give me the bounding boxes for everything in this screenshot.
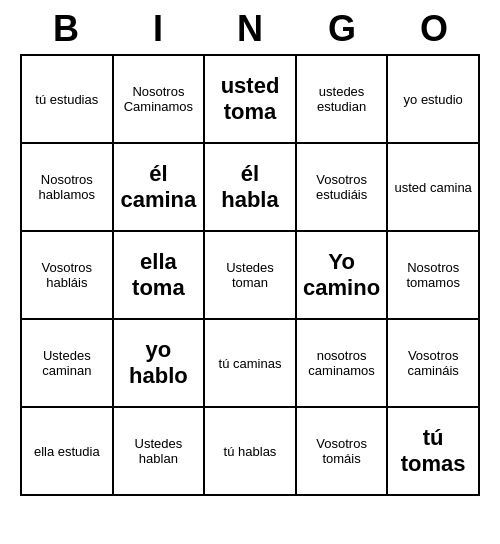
cell-r1-c2: él habla — [205, 144, 297, 232]
cell-r3-c1: yo hablo — [114, 320, 206, 408]
cell-r3-c0: Ustedes caminan — [22, 320, 114, 408]
cell-r1-c4: usted camina — [388, 144, 480, 232]
bingo-letter-n: N — [206, 8, 294, 50]
cell-r0-c4: yo estudio — [388, 56, 480, 144]
bingo-grid: tú estudiasNosotros Caminamosusted tomau… — [20, 54, 480, 496]
cell-r2-c1: ella toma — [114, 232, 206, 320]
cell-r3-c2: tú caminas — [205, 320, 297, 408]
cell-r2-c3: Yo camino — [297, 232, 389, 320]
cell-r4-c3: Vosotros tomáis — [297, 408, 389, 496]
cell-r0-c0: tú estudias — [22, 56, 114, 144]
cell-r0-c2: usted toma — [205, 56, 297, 144]
cell-r4-c0: ella estudia — [22, 408, 114, 496]
cell-r3-c4: Vosotros camináis — [388, 320, 480, 408]
cell-r2-c4: Nosotros tomamos — [388, 232, 480, 320]
bingo-title: BINGO — [20, 0, 480, 54]
cell-r4-c2: tú hablas — [205, 408, 297, 496]
cell-r1-c1: él camina — [114, 144, 206, 232]
bingo-letter-i: I — [114, 8, 202, 50]
cell-r3-c3: nosotros caminamos — [297, 320, 389, 408]
bingo-letter-o: O — [390, 8, 478, 50]
cell-r4-c4: tú tomas — [388, 408, 480, 496]
bingo-letter-b: B — [22, 8, 110, 50]
cell-r2-c2: Ustedes toman — [205, 232, 297, 320]
cell-r0-c1: Nosotros Caminamos — [114, 56, 206, 144]
cell-r2-c0: Vosotros habláis — [22, 232, 114, 320]
cell-r4-c1: Ustedes hablan — [114, 408, 206, 496]
bingo-letter-g: G — [298, 8, 386, 50]
cell-r1-c0: Nosotros hablamos — [22, 144, 114, 232]
cell-r0-c3: ustedes estudian — [297, 56, 389, 144]
cell-r1-c3: Vosotros estudiáis — [297, 144, 389, 232]
